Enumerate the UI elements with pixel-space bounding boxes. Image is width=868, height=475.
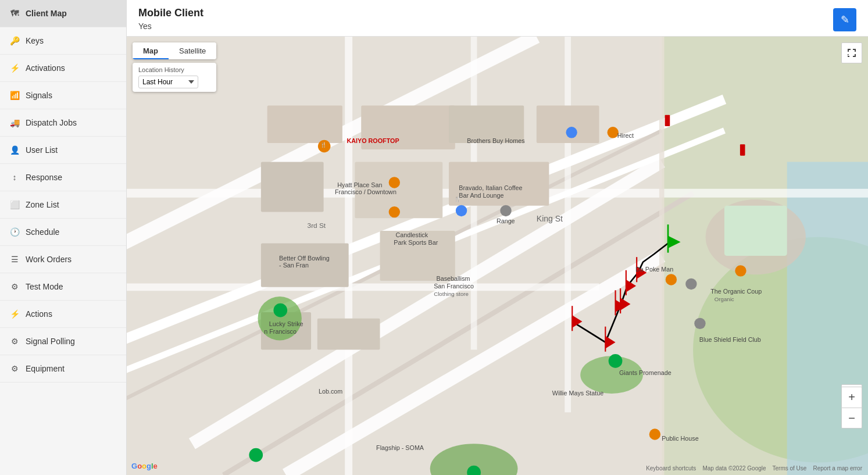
svg-text:🍴: 🍴 bbox=[454, 196, 462, 203]
svg-point-55 bbox=[566, 127, 577, 138]
svg-text:Da Poke Man: Da Poke Man bbox=[635, 266, 673, 273]
main-content: Mobile Client Yes ✎ bbox=[127, 0, 868, 475]
sidebar-item-label: Keys bbox=[26, 36, 44, 45]
sidebar-item-actions[interactable]: ⚡ Actions bbox=[0, 301, 126, 328]
svg-text:KAIYO ROOFTOP: KAIYO ROOFTOP bbox=[347, 137, 399, 144]
sidebar-item-label: Actions bbox=[26, 309, 52, 319]
sidebar-item-response[interactable]: ↕ Response bbox=[0, 164, 126, 191]
svg-text:Blue Shield Field Club: Blue Shield Field Club bbox=[699, 336, 761, 343]
sidebar-item-label: User List bbox=[26, 145, 58, 155]
map-controls-top: Map Satellite Location History Last Hour… bbox=[133, 42, 216, 92]
edit-button[interactable]: ✎ bbox=[833, 8, 856, 31]
map-container: 3rd St King St 3rd St King St 🍴 KAIYO RO… bbox=[127, 37, 868, 475]
sidebar-item-label: Work Orders bbox=[26, 255, 72, 264]
svg-point-58 bbox=[685, 278, 696, 290]
sidebar-item-signal-polling[interactable]: ⚙ Signal Polling bbox=[0, 328, 126, 355]
map-attribution: Keyboard shortcuts Map data ©2022 Google… bbox=[646, 465, 862, 472]
sidebar-item-activations[interactable]: ⚡ Activations bbox=[0, 55, 126, 82]
svg-text:Hirect: Hirect bbox=[617, 132, 634, 139]
svg-point-57 bbox=[666, 274, 677, 285]
svg-text:Hyatt Place San: Hyatt Place San bbox=[337, 181, 382, 188]
report-map-error-link[interactable]: Report a map error bbox=[813, 465, 862, 472]
signals-icon: 📶 bbox=[9, 90, 20, 101]
zone-list-icon: ⬜ bbox=[9, 199, 20, 210]
svg-text:Francisco / Downtown: Francisco / Downtown bbox=[335, 188, 397, 195]
svg-text:🍴: 🍴 bbox=[320, 142, 327, 148]
svg-text:Bravado, Italian Coffee: Bravado, Italian Coffee bbox=[459, 184, 522, 191]
svg-rect-17 bbox=[267, 105, 342, 143]
location-history-panel: Location History Last HourLast 6 HoursLa… bbox=[133, 63, 216, 92]
map-type-tabs: Map Satellite bbox=[133, 42, 216, 59]
test-mode-icon: ⚙ bbox=[9, 281, 20, 292]
svg-text:Giants Promenade: Giants Promenade bbox=[619, 369, 671, 376]
sidebar-item-work-orders[interactable]: ☰ Work Orders bbox=[0, 246, 126, 273]
dispatch-jobs-icon: 🚚 bbox=[9, 117, 20, 128]
sidebar-item-label: Client Map bbox=[26, 9, 67, 18]
sidebar-item-signals[interactable]: 📶 Signals bbox=[0, 82, 126, 109]
svg-point-59 bbox=[694, 318, 705, 329]
sidebar-item-label: Schedule bbox=[26, 227, 59, 237]
page-title: Mobile Client bbox=[138, 7, 203, 19]
svg-point-60 bbox=[649, 428, 660, 440]
sidebar-item-label: Equipment bbox=[26, 364, 65, 373]
keys-icon: 🔑 bbox=[9, 35, 20, 46]
sidebar-item-test-mode[interactable]: ⚙ Test Mode bbox=[0, 273, 126, 301]
svg-text:Bar And Lounge: Bar And Lounge bbox=[459, 192, 503, 199]
svg-text:Candlestick: Candlestick bbox=[395, 231, 428, 238]
zoom-controls: + − bbox=[841, 387, 862, 428]
tab-satellite[interactable]: Satellite bbox=[169, 42, 216, 59]
sidebar-item-client-map[interactable]: 🗺 Client Map bbox=[0, 0, 126, 27]
terms-of-use-link[interactable]: Terms of Use bbox=[772, 465, 806, 472]
map-data-text: Map data ©2022 Google bbox=[702, 465, 766, 472]
sidebar-item-label: Signal Polling bbox=[26, 337, 75, 346]
svg-text:Lucky Strike: Lucky Strike bbox=[269, 320, 303, 327]
zoom-in-button[interactable]: + bbox=[841, 387, 862, 408]
sidebar-item-keys[interactable]: 🔑 Keys bbox=[0, 27, 126, 55]
svg-text:The Organic Coup: The Organic Coup bbox=[710, 288, 762, 295]
svg-text:- San Fran: - San Fran bbox=[279, 262, 309, 269]
equipment-icon: ⚙ bbox=[9, 363, 20, 374]
svg-text:Park Sports Bar: Park Sports Bar bbox=[394, 239, 438, 246]
schedule-icon: 🕐 bbox=[9, 227, 20, 237]
svg-text:Organic: Organic bbox=[715, 296, 734, 302]
location-history-select[interactable]: Last HourLast 6 HoursLast 24 HoursLast W… bbox=[138, 76, 198, 88]
page-header: Mobile Client Yes ✎ bbox=[127, 0, 868, 37]
activations-icon: ⚡ bbox=[9, 63, 20, 73]
map-background[interactable]: 3rd St King St 3rd St King St 🍴 KAIYO RO… bbox=[127, 37, 868, 475]
map-visual: 3rd St King St 3rd St King St 🍴 KAIYO RO… bbox=[127, 37, 868, 475]
location-history-label: Location History bbox=[138, 66, 210, 73]
svg-rect-114 bbox=[665, 115, 670, 126]
svg-text:Lob.com: Lob.com bbox=[319, 388, 342, 395]
sidebar-item-label: Zone List bbox=[26, 200, 59, 209]
tab-map[interactable]: Map bbox=[133, 42, 169, 59]
sidebar-item-dispatch-jobs[interactable]: 🚚 Dispatch Jobs bbox=[0, 109, 126, 137]
svg-text:Flagship - SOMA: Flagship - SOMA bbox=[376, 444, 424, 451]
svg-rect-32 bbox=[724, 206, 787, 256]
sidebar-item-schedule[interactable]: 🕐 Schedule bbox=[0, 219, 126, 246]
svg-text:King St: King St bbox=[537, 214, 563, 223]
svg-text:Brothers Buy Homes: Brothers Buy Homes bbox=[467, 137, 524, 144]
zoom-out-button[interactable]: − bbox=[841, 408, 862, 428]
svg-rect-24 bbox=[317, 319, 380, 350]
keyboard-shortcuts-link[interactable]: Keyboard shortcuts bbox=[646, 465, 696, 472]
svg-text:Willie Mays Statue: Willie Mays Statue bbox=[552, 390, 604, 397]
sidebar-item-label: Signals bbox=[26, 91, 52, 100]
client-map-icon: 🗺 bbox=[9, 8, 20, 19]
sidebar-item-user-list[interactable]: 👤 User List bbox=[0, 137, 126, 164]
fullscreen-button[interactable] bbox=[841, 42, 862, 63]
svg-rect-19 bbox=[261, 162, 324, 212]
svg-point-53 bbox=[389, 206, 400, 217]
response-icon: ↕ bbox=[9, 172, 20, 183]
sidebar-item-label: Response bbox=[26, 173, 62, 182]
sidebar-item-zone-list[interactable]: ⬜ Zone List bbox=[0, 191, 126, 219]
svg-text:Baseballism: Baseballism bbox=[436, 275, 470, 282]
google-logo: Google bbox=[131, 462, 158, 470]
sidebar-item-label: Activations bbox=[26, 63, 65, 73]
sidebar-item-equipment[interactable]: ⚙ Equipment bbox=[0, 355, 126, 383]
sidebar: 🗺 Client Map 🔑 Keys ⚡ Activations 📶 Sign… bbox=[0, 0, 127, 475]
svg-point-61 bbox=[735, 265, 746, 276]
svg-text:Range: Range bbox=[496, 217, 515, 224]
svg-point-54 bbox=[389, 177, 400, 188]
sidebar-item-label: Test Mode bbox=[26, 282, 63, 291]
user-list-icon: 👤 bbox=[9, 145, 20, 155]
